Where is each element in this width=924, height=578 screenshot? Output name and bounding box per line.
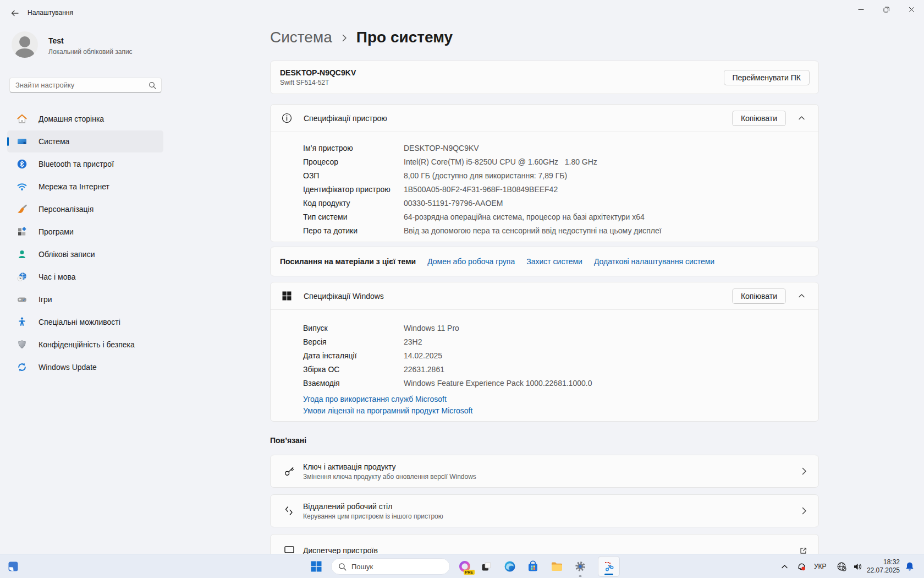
spec-value: 64-розрядна операційна система, процесор… bbox=[404, 212, 645, 221]
spec-row: Ім’я пристроюDESKTOP-N9QC9KV bbox=[303, 141, 810, 155]
windows-logo-icon bbox=[282, 291, 292, 301]
remote-desktop-card[interactable]: Віддалений робочий стіл Керування цим пр… bbox=[270, 494, 819, 527]
notifications-button[interactable] bbox=[901, 554, 918, 578]
sidebar-item-system[interactable]: Система bbox=[7, 130, 163, 152]
sidebar-item-personalization[interactable]: Персоналізація bbox=[7, 198, 163, 220]
spec-label: ОЗП bbox=[303, 171, 404, 180]
sidebar-item-label: Спеціальні можливості bbox=[38, 318, 120, 326]
link-system-protection[interactable]: Захист системи bbox=[526, 257, 582, 266]
network-tray-button[interactable] bbox=[833, 554, 850, 578]
widgets-icon bbox=[8, 561, 19, 572]
link-advanced-system-settings[interactable]: Додаткові налаштування системи bbox=[594, 257, 714, 266]
speaker-icon bbox=[853, 561, 863, 572]
breadcrumb-chevron-icon bbox=[341, 33, 348, 43]
back-arrow-icon bbox=[10, 9, 19, 18]
device-specs-header[interactable]: Специфікації пристрою Копіювати bbox=[271, 105, 818, 132]
close-button[interactable] bbox=[899, 0, 924, 19]
search-icon bbox=[338, 563, 346, 571]
related-item-subtitle: Змінення ключа продукту або оновлення ве… bbox=[303, 473, 476, 481]
sidebar-item-apps[interactable]: Програми bbox=[7, 221, 163, 243]
file-explorer-button[interactable] bbox=[547, 554, 566, 578]
gaming-icon bbox=[16, 294, 28, 305]
windows-license-links: Угода про використання служб Microsoft У… bbox=[271, 390, 818, 417]
edge-button[interactable] bbox=[500, 554, 520, 578]
device-name-card: DESKTOP-N9QC9KV Swift SF514-52T Переймен… bbox=[270, 61, 819, 94]
settings-search-input[interactable] bbox=[10, 81, 148, 89]
sidebar-item-bluetooth-devices[interactable]: Bluetooth та пристрої bbox=[7, 153, 163, 175]
store-icon bbox=[527, 560, 539, 572]
update-restart-tray-button[interactable] bbox=[793, 554, 810, 578]
taskbar-time: 18:32 bbox=[867, 558, 900, 566]
related-section-title: Пов’язані bbox=[270, 436, 306, 445]
sidebar-item-label: Час і мова bbox=[38, 272, 75, 281]
sidebar-item-label: Конфіденційність і безпека bbox=[38, 340, 135, 349]
spec-row: ПроцесорIntel(R) Core(TM) i5-8250U CPU @… bbox=[303, 155, 810, 168]
windows-specs-header[interactable]: Специфікації Windows Копіювати bbox=[271, 282, 818, 309]
settings-search-box[interactable] bbox=[9, 78, 162, 92]
collapse-device-specs-button[interactable] bbox=[793, 110, 810, 127]
start-button[interactable] bbox=[306, 554, 326, 578]
link-license-terms[interactable]: Умови ліцензії на програмний продукт Mic… bbox=[303, 405, 472, 417]
spec-value: Ввід за допомогою пера та сенсорний ввід… bbox=[404, 226, 662, 235]
task-view-button[interactable] bbox=[476, 554, 496, 578]
copy-windows-specs-button[interactable]: Копіювати bbox=[732, 288, 786, 304]
maximize-icon bbox=[883, 7, 889, 13]
settings-gear-icon bbox=[574, 560, 586, 572]
snipping-tool-icon bbox=[603, 560, 615, 572]
widgets-button[interactable] bbox=[3, 554, 23, 578]
spec-label: Тип системи bbox=[303, 212, 404, 221]
sidebar-item-gaming[interactable]: Ігри bbox=[7, 288, 163, 310]
sidebar-item-privacy-security[interactable]: Конфіденційність і безпека bbox=[7, 334, 163, 356]
rename-pc-button[interactable]: Перейменувати ПК bbox=[724, 70, 810, 85]
support-links-card: Посилання на матеріали з цієї теми Домен… bbox=[270, 247, 819, 276]
sidebar-item-network-internet[interactable]: Мережа та Інтернет bbox=[7, 176, 163, 198]
globe-no-internet-icon bbox=[837, 561, 847, 572]
accessibility-icon bbox=[16, 317, 28, 328]
spec-row: Дата інсталяції14.02.2025 bbox=[303, 348, 810, 362]
user-name: Test bbox=[48, 36, 64, 45]
edge-icon bbox=[504, 560, 516, 572]
page-title: Про систему bbox=[356, 29, 453, 46]
task-view-icon bbox=[481, 561, 492, 572]
collapse-windows-specs-button[interactable] bbox=[793, 288, 810, 304]
device-name: DESKTOP-N9QC9KV bbox=[280, 68, 356, 77]
privacy-icon bbox=[16, 339, 28, 350]
volume-tray-button[interactable] bbox=[849, 554, 866, 578]
sidebar-item-accessibility[interactable]: Спеціальні можливості bbox=[7, 311, 163, 333]
store-button[interactable] bbox=[523, 554, 543, 578]
time-language-icon bbox=[16, 271, 28, 282]
taskbar-clock[interactable]: 18:32 22.07.2025 bbox=[867, 558, 900, 575]
home-icon bbox=[16, 113, 28, 124]
spec-value: 1B500A05-80F2-4F31-968F-1B0849BEEF42 bbox=[404, 185, 558, 194]
link-domain-workgroup[interactable]: Домен або робоча група bbox=[427, 257, 515, 266]
maximize-button[interactable] bbox=[873, 0, 899, 19]
taskbar-search[interactable]: Пошук bbox=[331, 558, 450, 575]
spec-value: DESKTOP-N9QC9KV bbox=[404, 144, 479, 152]
device-model: Swift SF514-52T bbox=[280, 79, 356, 86]
copy-device-specs-button[interactable]: Копіювати bbox=[732, 111, 786, 126]
copilot-button[interactable]: PRE bbox=[455, 554, 475, 578]
update-pending-icon bbox=[796, 561, 807, 572]
sidebar-item-home[interactable]: Домашня сторінка bbox=[7, 108, 163, 130]
sidebar-item-accounts[interactable]: Облікові записи bbox=[7, 243, 163, 265]
link-services-agreement[interactable]: Угода про використання служб Microsoft bbox=[303, 394, 447, 405]
window-controls bbox=[848, 0, 924, 19]
minimize-button[interactable] bbox=[848, 0, 873, 19]
back-button[interactable] bbox=[7, 5, 23, 21]
sidebar-item-label: Windows Update bbox=[38, 363, 97, 372]
spec-label: Випуск bbox=[303, 324, 404, 332]
avatar[interactable] bbox=[12, 31, 38, 58]
device-specs-rows: Ім’я пристроюDESKTOP-N9QC9KV ПроцесорInt… bbox=[271, 132, 818, 237]
product-key-card[interactable]: Ключ і активація продукту Змінення ключа… bbox=[270, 455, 819, 488]
sidebar-item-windows-update[interactable]: Windows Update bbox=[7, 356, 163, 378]
spec-value: 8,00 ГБ (доступно для використання: 7,89… bbox=[404, 171, 567, 180]
snipping-tool-button[interactable] bbox=[598, 556, 620, 577]
language-indicator[interactable]: УКР bbox=[814, 554, 827, 578]
taskbar-search-placeholder: Пошук bbox=[351, 563, 373, 571]
tray-overflow-button[interactable] bbox=[776, 554, 793, 578]
sidebar-item-time-language[interactable]: Час і мова bbox=[7, 266, 163, 288]
spec-row: ВзаємодіяWindows Feature Experience Pack… bbox=[303, 376, 810, 390]
settings-button[interactable] bbox=[570, 554, 590, 578]
breadcrumb-system[interactable]: Система bbox=[270, 29, 332, 46]
sidebar-item-label: Ігри bbox=[38, 295, 52, 304]
